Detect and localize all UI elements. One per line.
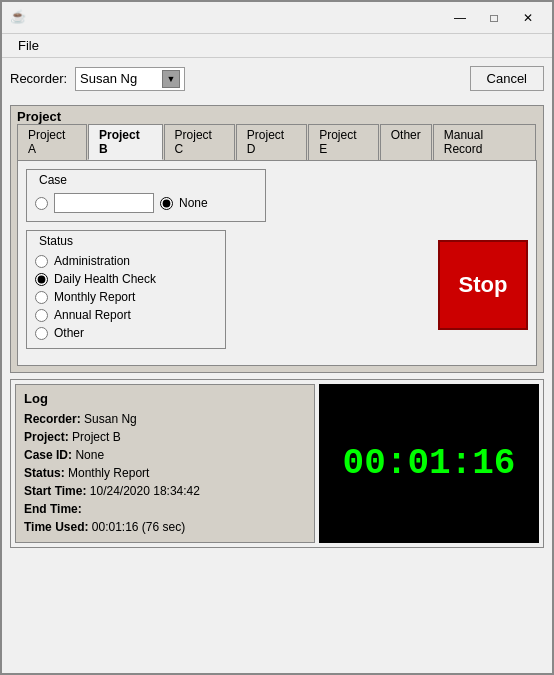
timer-value: 00:01:16 — [343, 443, 516, 484]
tab-project-b[interactable]: Project B — [88, 124, 163, 160]
log-label-time-used: Time Used: — [24, 520, 88, 534]
status-label-daily-health-check: Daily Health Check — [54, 272, 156, 286]
status-section: Status Administration Daily Health Check — [26, 230, 226, 349]
window-controls: — □ ✕ — [444, 7, 544, 29]
recorder-value: Susan Ng — [80, 71, 158, 86]
recorder-select[interactable]: Susan Ng ▼ — [75, 67, 185, 91]
tab-project-e[interactable]: Project E — [308, 124, 379, 160]
log-value-status: Monthly Report — [68, 466, 149, 480]
log-value-case-id: None — [75, 448, 104, 462]
status-label-other: Other — [54, 326, 84, 340]
status-options: Administration Daily Health Check Monthl… — [35, 254, 217, 340]
log-title: Log — [24, 391, 306, 406]
tab-content: Case None Status Administration — [17, 160, 537, 366]
case-none-label: None — [179, 196, 208, 210]
tab-project-a[interactable]: Project A — [17, 124, 87, 160]
recorder-label: Recorder: — [10, 71, 67, 86]
cancel-button[interactable]: Cancel — [470, 66, 544, 91]
title-bar: ☕ — □ ✕ — [2, 2, 552, 34]
status-radio-daily-health-check[interactable] — [35, 273, 48, 286]
case-input[interactable] — [54, 193, 154, 213]
case-row: None — [35, 193, 257, 213]
case-section: Case None — [26, 169, 266, 222]
status-option-administration: Administration — [35, 254, 217, 268]
log-label-case-id: Case ID: — [24, 448, 72, 462]
tab-other[interactable]: Other — [380, 124, 432, 160]
status-radio-monthly-report[interactable] — [35, 291, 48, 304]
status-radio-annual-report[interactable] — [35, 309, 48, 322]
status-label-monthly-report: Monthly Report — [54, 290, 135, 304]
status-option-annual-report: Annual Report — [35, 308, 217, 322]
status-radio-other[interactable] — [35, 327, 48, 340]
log-line-time-used: Time Used: 00:01:16 (76 sec) — [24, 518, 306, 536]
log-line-end-time: End Time: — [24, 500, 306, 518]
toolbar: Recorder: Susan Ng ▼ Cancel — [2, 58, 552, 97]
app-window: ☕ — □ ✕ File Recorder: Susan Ng ▼ Cancel… — [0, 0, 554, 675]
tab-project-c[interactable]: Project C — [164, 124, 235, 160]
log-section: Log Recorder: Susan Ng Project: Project … — [10, 379, 544, 548]
project-panel-title: Project — [11, 106, 543, 124]
log-line-project: Project: Project B — [24, 428, 306, 446]
maximize-button[interactable]: □ — [478, 7, 510, 29]
app-icon: ☕ — [10, 9, 28, 27]
status-option-daily-health-check: Daily Health Check — [35, 272, 217, 286]
stop-button[interactable]: Stop — [438, 240, 528, 330]
log-label-start-time: Start Time: — [24, 484, 86, 498]
log-value-time-used: 00:01:16 (76 sec) — [92, 520, 185, 534]
case-legend: Case — [35, 173, 71, 187]
case-radio-none[interactable] — [160, 197, 173, 210]
log-value-project: Project B — [72, 430, 121, 444]
minimize-button[interactable]: — — [444, 7, 476, 29]
log-value-start-time: 10/24/2020 18:34:42 — [90, 484, 200, 498]
log-label-status: Status: — [24, 466, 65, 480]
timer-display: 00:01:16 — [319, 384, 539, 543]
tab-manual-record[interactable]: Manual Record — [433, 124, 536, 160]
log-panel: Log Recorder: Susan Ng Project: Project … — [15, 384, 315, 543]
status-label-annual-report: Annual Report — [54, 308, 131, 322]
status-label-administration: Administration — [54, 254, 130, 268]
log-label-project: Project: — [24, 430, 69, 444]
log-line-status: Status: Monthly Report — [24, 464, 306, 482]
log-line-start-time: Start Time: 10/24/2020 18:34:42 — [24, 482, 306, 500]
status-option-monthly-report: Monthly Report — [35, 290, 217, 304]
project-panel: Project Project A Project B Project C Pr… — [10, 105, 544, 373]
menu-file[interactable]: File — [10, 36, 47, 55]
status-option-other: Other — [35, 326, 217, 340]
status-legend: Status — [35, 234, 77, 248]
log-line-case-id: Case ID: None — [24, 446, 306, 464]
close-button[interactable]: ✕ — [512, 7, 544, 29]
recorder-dropdown-icon[interactable]: ▼ — [162, 70, 180, 88]
log-value-recorder: Susan Ng — [84, 412, 137, 426]
project-tabs: Project A Project B Project C Project D … — [11, 124, 543, 160]
log-line-recorder: Recorder: Susan Ng — [24, 410, 306, 428]
log-label-recorder: Recorder: — [24, 412, 81, 426]
status-radio-administration[interactable] — [35, 255, 48, 268]
tab-project-d[interactable]: Project D — [236, 124, 307, 160]
log-label-end-time: End Time: — [24, 502, 82, 516]
menu-bar: File — [2, 34, 552, 58]
case-radio-empty[interactable] — [35, 197, 48, 210]
